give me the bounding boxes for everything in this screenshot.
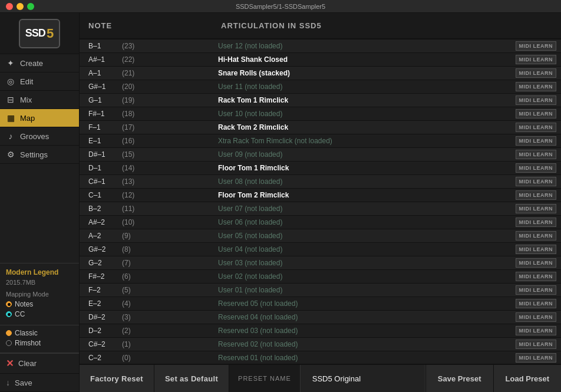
table-row[interactable]: D–1 (14) Floor Tom 1 Rimclick MIDI LEARN: [80, 162, 561, 175]
cell-midi[interactable]: MIDI LEARN: [508, 326, 561, 335]
table-row[interactable]: E–2 (4) Reserved 05 (not loaded) MIDI LE…: [80, 297, 561, 311]
cell-midi[interactable]: MIDI LEARN: [508, 258, 561, 268]
cell-midi[interactable]: MIDI LEARN: [508, 245, 561, 254]
midi-learn-button[interactable]: MIDI LEARN: [516, 190, 557, 200]
factory-reset-button[interactable]: Factory Reset: [80, 365, 154, 392]
midi-learn-button[interactable]: MIDI LEARN: [516, 245, 557, 254]
cell-midi[interactable]: MIDI LEARN: [508, 312, 561, 322]
table-row[interactable]: C–2 (0) Reserved 01 (not loaded) MIDI LE…: [80, 351, 561, 364]
close-button[interactable]: [6, 3, 13, 10]
midi-learn-button[interactable]: MIDI LEARN: [516, 299, 557, 308]
cell-midi[interactable]: MIDI LEARN: [508, 299, 561, 308]
table-row[interactable]: G#–1 (20) User 11 (not loaded) MIDI LEAR…: [80, 80, 561, 94]
mapping-option-cc[interactable]: CC: [6, 310, 73, 318]
cell-midi[interactable]: MIDI LEARN: [508, 204, 561, 213]
table-row[interactable]: C#–2 (1) Reserved 02 (not loaded) MIDI L…: [80, 338, 561, 351]
x-icon: ✕: [6, 358, 14, 369]
sidebar-item-edit[interactable]: ◎ Edit: [0, 73, 79, 91]
cell-midi[interactable]: MIDI LEARN: [508, 272, 561, 281]
table-row[interactable]: F–1 (17) Rack Tom 2 Rimclick MIDI LEARN: [80, 121, 561, 134]
midi-learn-button[interactable]: MIDI LEARN: [516, 285, 557, 295]
load-preset-button[interactable]: Load Preset: [493, 365, 561, 392]
table-row[interactable]: C–1 (12) Floor Tom 2 Rimclick MIDI LEARN: [80, 189, 561, 202]
midi-learn-button[interactable]: MIDI LEARN: [516, 258, 557, 268]
cell-midi[interactable]: MIDI LEARN: [508, 150, 561, 159]
midi-learn-button[interactable]: MIDI LEARN: [516, 312, 557, 322]
cell-midi[interactable]: MIDI LEARN: [508, 68, 561, 78]
table-row[interactable]: F#–1 (18) User 10 (not loaded) MIDI LEAR…: [80, 107, 561, 121]
cell-midi[interactable]: MIDI LEARN: [508, 285, 561, 295]
sidebar-item-create[interactable]: ✦ Create: [0, 54, 79, 73]
table-row[interactable]: G–2 (7) User 03 (not loaded) MIDI LEARN: [80, 256, 561, 270]
table-row[interactable]: C#–1 (13) User 08 (not loaded) MIDI LEAR…: [80, 175, 561, 189]
table-row[interactable]: B–2 (11) User 07 (not loaded) MIDI LEARN: [80, 202, 561, 216]
cell-note: A#–2 (10): [80, 218, 212, 226]
table-row[interactable]: A#–2 (10) User 06 (not loaded) MIDI LEAR…: [80, 216, 561, 229]
sidebar-item-settings[interactable]: ⚙ Settings: [0, 146, 79, 164]
cell-midi[interactable]: MIDI LEARN: [508, 163, 561, 173]
table-row[interactable]: F#–2 (6) User 02 (not loaded) MIDI LEARN: [80, 270, 561, 284]
sidebar-item-map[interactable]: ▦ Map: [0, 109, 79, 127]
maximize-button[interactable]: [27, 3, 34, 10]
cell-midi[interactable]: MIDI LEARN: [508, 353, 561, 363]
midi-learn-button[interactable]: MIDI LEARN: [516, 218, 557, 227]
midi-learn-button[interactable]: MIDI LEARN: [516, 82, 557, 91]
rimshot-indicator: [6, 340, 12, 346]
preset-name-value[interactable]: SSD5 Original: [301, 365, 425, 392]
cell-midi[interactable]: MIDI LEARN: [508, 177, 561, 186]
mapping-option-notes[interactable]: Notes: [6, 300, 73, 308]
cell-midi[interactable]: MIDI LEARN: [508, 109, 561, 118]
cell-midi[interactable]: MIDI LEARN: [508, 41, 561, 51]
midi-learn-button[interactable]: MIDI LEARN: [516, 326, 557, 335]
table-row[interactable]: D#–1 (15) User 09 (not loaded) MIDI LEAR…: [80, 148, 561, 162]
table-row[interactable]: A–1 (21) Snare Rolls (stacked) MIDI LEAR…: [80, 67, 561, 80]
table-row[interactable]: B–1 (23) User 12 (not loaded) MIDI LEARN: [80, 39, 561, 53]
midi-learn-button[interactable]: MIDI LEARN: [516, 231, 557, 241]
midi-learn-button[interactable]: MIDI LEARN: [516, 136, 557, 146]
cell-midi[interactable]: MIDI LEARN: [508, 340, 561, 349]
sidebar-item-grooves[interactable]: ♪ Grooves: [0, 127, 79, 146]
cell-midi[interactable]: MIDI LEARN: [508, 123, 561, 132]
midi-learn-button[interactable]: MIDI LEARN: [516, 109, 557, 118]
cell-articulation: User 07 (not loaded): [212, 205, 508, 213]
table-row[interactable]: D#–2 (3) Reserved 04 (not loaded) MIDI L…: [80, 311, 561, 324]
minimize-button[interactable]: [16, 3, 24, 10]
midi-learn-button[interactable]: MIDI LEARN: [516, 353, 557, 363]
cell-articulation: Floor Tom 1 Rimclick: [212, 164, 508, 172]
midi-learn-button[interactable]: MIDI LEARN: [516, 41, 557, 51]
save-button[interactable]: ↓ Save: [0, 374, 79, 392]
midi-learn-button[interactable]: MIDI LEARN: [516, 340, 557, 349]
midi-learn-button[interactable]: MIDI LEARN: [516, 150, 557, 159]
notes-radio[interactable]: [6, 301, 12, 307]
cell-midi[interactable]: MIDI LEARN: [508, 218, 561, 227]
cc-radio[interactable]: [6, 311, 12, 317]
cell-midi[interactable]: MIDI LEARN: [508, 231, 561, 241]
mapping-table[interactable]: B–1 (23) User 12 (not loaded) MIDI LEARN…: [80, 39, 561, 364]
midi-learn-button[interactable]: MIDI LEARN: [516, 204, 557, 213]
cell-midi[interactable]: MIDI LEARN: [508, 55, 561, 64]
table-row[interactable]: A–2 (9) User 05 (not loaded) MIDI LEARN: [80, 229, 561, 243]
cell-midi[interactable]: MIDI LEARN: [508, 136, 561, 146]
midi-learn-button[interactable]: MIDI LEARN: [516, 68, 557, 78]
table-row[interactable]: D–2 (2) Reserved 03 (not loaded) MIDI LE…: [80, 324, 561, 338]
cell-midi[interactable]: MIDI LEARN: [508, 95, 561, 105]
midi-learn-button[interactable]: MIDI LEARN: [516, 95, 557, 105]
kit-option-rimshot[interactable]: Rimshot: [6, 339, 73, 347]
kit-option-classic[interactable]: Classic: [6, 329, 73, 337]
save-preset-button[interactable]: Save Preset: [425, 365, 493, 392]
table-row[interactable]: E–1 (16) Xtra Rack Tom Rimclick (not loa…: [80, 134, 561, 148]
clear-button[interactable]: ✕ Clear: [0, 354, 79, 374]
table-row[interactable]: F–2 (5) User 01 (not loaded) MIDI LEARN: [80, 284, 561, 297]
table-row[interactable]: G–1 (19) Rack Tom 1 Rimclick MIDI LEARN: [80, 94, 561, 107]
set-as-default-button[interactable]: Set as Default: [154, 365, 229, 392]
midi-learn-button[interactable]: MIDI LEARN: [516, 55, 557, 64]
cell-midi[interactable]: MIDI LEARN: [508, 190, 561, 200]
table-row[interactable]: G#–2 (8) User 04 (not loaded) MIDI LEARN: [80, 243, 561, 256]
table-row[interactable]: A#–1 (22) Hi-Hat Shank Closed MIDI LEARN: [80, 53, 561, 67]
sidebar-item-mix[interactable]: ⊟ Mix: [0, 91, 79, 109]
cell-midi[interactable]: MIDI LEARN: [508, 82, 561, 91]
midi-learn-button[interactable]: MIDI LEARN: [516, 123, 557, 132]
midi-learn-button[interactable]: MIDI LEARN: [516, 272, 557, 281]
midi-learn-button[interactable]: MIDI LEARN: [516, 177, 557, 186]
midi-learn-button[interactable]: MIDI LEARN: [516, 163, 557, 173]
